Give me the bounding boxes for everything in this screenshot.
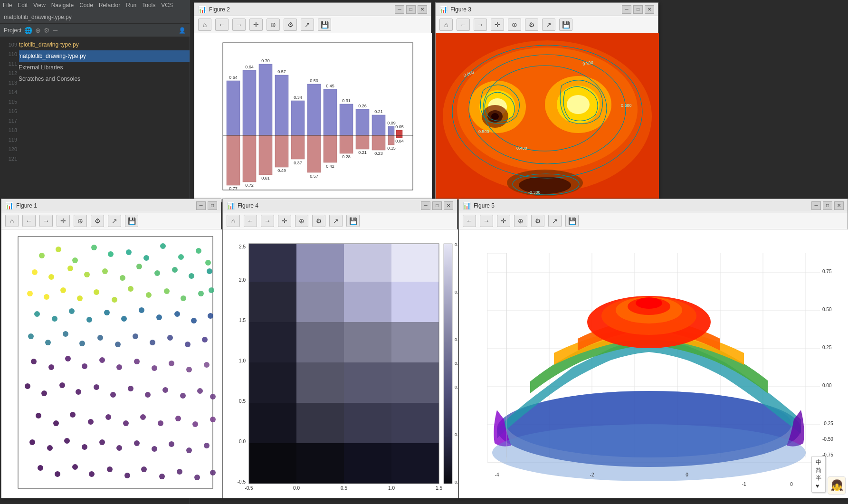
figure4-maximize[interactable]: □ — [432, 201, 442, 210]
figure1-maximize[interactable]: □ — [208, 201, 217, 210]
fig5-pan-btn[interactable]: ✛ — [497, 215, 510, 227]
fig5-forward-btn[interactable]: → — [480, 215, 493, 227]
fig2-save-btn[interactable]: 💾 — [318, 19, 331, 31]
fig2-settings-btn[interactable]: ⚙ — [284, 19, 297, 31]
figure4-minimize[interactable]: ─ — [421, 201, 430, 210]
fig4-home-btn[interactable]: ⌂ — [227, 215, 240, 227]
fig2-signal-btn[interactable]: ↗ — [301, 19, 314, 31]
fig4-save-btn[interactable]: 💾 — [346, 215, 360, 227]
avatar-icon[interactable]: 👤 — [179, 27, 186, 34]
fig1-pan-btn[interactable]: ✛ — [57, 215, 70, 227]
fig2-home-btn[interactable]: ⌂ — [198, 19, 211, 31]
menu-run[interactable]: Run — [126, 2, 136, 9]
tree-item-project[interactable]: 📁 matplotlib_drawing-type.py — [0, 39, 190, 50]
figure3-close[interactable]: ✕ — [645, 5, 654, 14]
ide-menubar[interactable]: File Edit View Navigate Code Refactor Ru… — [0, 0, 190, 10]
figure1-minimize[interactable]: ─ — [196, 201, 206, 210]
fig4-forward-btn[interactable]: → — [261, 215, 274, 227]
fig5-save-btn[interactable]: 💾 — [565, 215, 579, 227]
svg-rect-37 — [324, 135, 337, 162]
figure2-close[interactable]: ✕ — [418, 5, 427, 14]
toolbar-globe-icon[interactable]: 🌐 — [24, 27, 32, 34]
svg-rect-197 — [344, 362, 391, 403]
svg-rect-19 — [372, 115, 385, 135]
svg-text:0.5: 0.5 — [341, 485, 347, 491]
fig4-settings-btn[interactable]: ⚙ — [312, 215, 325, 227]
fig2-zoom-btn[interactable]: ⊕ — [267, 19, 280, 31]
fig1-zoom-btn[interactable]: ⊕ — [74, 215, 87, 227]
fig1-settings-btn[interactable]: ⚙ — [91, 215, 104, 227]
line-115: 115 — [2, 97, 17, 106]
menu-tools[interactable]: Tools — [142, 2, 155, 9]
fig3-save-btn[interactable]: 💾 — [559, 19, 572, 31]
fig4-signal-btn[interactable]: ↗ — [329, 215, 343, 227]
fig2-forward-btn[interactable]: → — [232, 19, 246, 31]
line-114: 114 — [2, 87, 17, 97]
svg-text:-0.50: -0.50 — [822, 437, 833, 442]
menu-refactor[interactable]: Refactor — [99, 2, 120, 9]
menu-view[interactable]: View — [33, 2, 46, 9]
fig4-zoom-btn[interactable]: ⊕ — [295, 215, 308, 227]
fig1-home-btn[interactable]: ⌂ — [5, 215, 19, 227]
figure4-close[interactable]: ✕ — [444, 201, 453, 210]
fig5-settings-btn[interactable]: ⚙ — [531, 215, 544, 227]
fig4-back-btn[interactable]: ← — [244, 215, 257, 227]
fig3-back-btn[interactable]: ← — [457, 19, 470, 31]
fig3-pan-btn[interactable]: ✛ — [491, 19, 504, 31]
tree-item-scratches[interactable]: 🔧 Scratches and Consoles — [0, 73, 190, 85]
toolbar-settings-icon[interactable]: ⚙ — [44, 27, 50, 34]
figure5-minimize[interactable]: ─ — [811, 201, 821, 210]
fig5-signal-btn[interactable]: ↗ — [548, 215, 562, 227]
svg-point-86 — [32, 269, 38, 275]
fig3-home-btn[interactable]: ⌂ — [439, 19, 453, 31]
menu-navigate[interactable]: Navigate — [51, 2, 74, 9]
fig3-zoom-btn[interactable]: ⊕ — [508, 19, 521, 31]
fig5-zoom-btn[interactable]: ⊕ — [514, 215, 527, 227]
svg-point-167 — [64, 438, 70, 444]
figure2-minimize[interactable]: ─ — [395, 5, 404, 14]
svg-point-148 — [128, 386, 133, 391]
fig2-pan-btn[interactable]: ✛ — [249, 19, 263, 31]
menu-vcs[interactable]: VCS — [161, 2, 173, 9]
project-label[interactable]: Project — [4, 27, 21, 34]
svg-rect-31 — [275, 135, 288, 167]
svg-rect-29 — [259, 135, 272, 175]
fig1-forward-btn[interactable]: → — [39, 215, 53, 227]
menu-edit[interactable]: Edit — [18, 2, 28, 9]
fig2-back-btn[interactable]: ← — [215, 19, 229, 31]
fig3-forward-btn[interactable]: → — [474, 19, 487, 31]
svg-rect-21 — [388, 126, 394, 135]
fig1-signal-btn[interactable]: ↗ — [108, 215, 121, 227]
svg-text:0.15: 0.15 — [387, 146, 396, 151]
figure5-close[interactable]: ✕ — [834, 201, 844, 210]
tree-item-file[interactable]: 📄 matplotlib_drawing-type.py — [0, 50, 190, 62]
figure3-maximize[interactable]: □ — [633, 5, 643, 14]
svg-point-176 — [38, 465, 43, 471]
svg-text:0.55: 0.55 — [455, 337, 458, 342]
svg-rect-15 — [340, 104, 353, 135]
fig3-signal-btn[interactable]: ↗ — [542, 19, 555, 31]
svg-point-169 — [99, 439, 105, 445]
figure1-title: Figure 1 — [16, 202, 37, 209]
svg-point-142 — [25, 383, 30, 389]
svg-point-179 — [89, 471, 95, 477]
toolbar-minimize-icon[interactable]: ─ — [53, 27, 57, 34]
ide-title-bar: matplotlib_drawing-type.py — [0, 10, 190, 24]
menu-file[interactable]: File — [3, 2, 12, 9]
svg-text:0.65: 0.65 — [455, 242, 458, 247]
svg-text:0.21: 0.21 — [358, 150, 367, 155]
svg-point-144 — [59, 382, 65, 388]
menu-code[interactable]: Code — [79, 2, 93, 9]
toolbar-branch-icon[interactable]: ⊕ — [35, 27, 41, 34]
fig1-back-btn[interactable]: ← — [22, 215, 36, 227]
fig1-save-btn[interactable]: 💾 — [125, 215, 138, 227]
tree-item-external[interactable]: 📊 External Libraries — [0, 62, 190, 73]
figure3-minimize[interactable]: ─ — [622, 5, 631, 14]
figure5-maximize[interactable]: □ — [823, 201, 832, 210]
fig5-back-btn[interactable]: ← — [463, 215, 476, 227]
figure2-maximize[interactable]: □ — [406, 5, 416, 14]
svg-rect-188 — [296, 443, 344, 484]
fig3-settings-btn[interactable]: ⚙ — [525, 19, 538, 31]
fig4-pan-btn[interactable]: ✛ — [278, 215, 291, 227]
svg-point-95 — [189, 273, 194, 279]
